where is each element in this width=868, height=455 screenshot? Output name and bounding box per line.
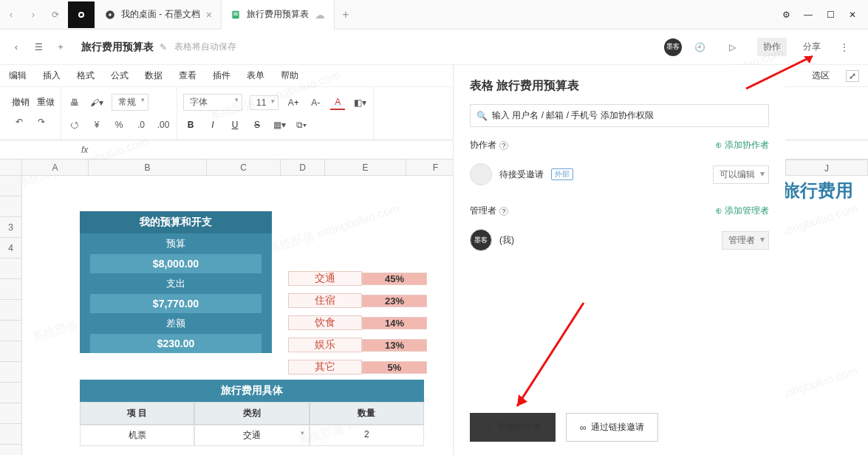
panel-title: 表格 旅行费用预算表	[470, 78, 769, 94]
settings-gear-icon[interactable]: ⚙	[779, 10, 793, 20]
row-header[interactable]	[0, 300, 22, 321]
fontsize-select[interactable]: 11	[250, 95, 278, 110]
col-C[interactable]: C	[207, 160, 281, 175]
permission-select-edit[interactable]: 可以编辑	[713, 165, 769, 184]
percent-icon[interactable]: %	[112, 117, 126, 132]
row-header[interactable]	[0, 259, 22, 279]
help-icon[interactable]: ?	[499, 207, 508, 216]
more-icon[interactable]: ⋮	[837, 40, 852, 55]
detail-cell-category[interactable]: 交通	[194, 425, 309, 446]
currency-yen-icon[interactable]: ¥	[89, 117, 104, 132]
row-header[interactable]	[0, 383, 22, 403]
section-admins-label: 管理者	[470, 205, 496, 216]
add-collaborator-link[interactable]: 添加协作者	[715, 139, 769, 151]
col-A[interactable]: A	[22, 160, 89, 175]
detail-cell-item[interactable]: 机票	[80, 425, 194, 446]
font-select[interactable]: 字体	[183, 94, 242, 111]
history-icon[interactable]: 🕘	[692, 40, 707, 55]
collaborator-row-me: 墨客 (我) 管理者	[470, 223, 769, 257]
strike-icon[interactable]: S	[250, 117, 264, 132]
menu-data[interactable]: 数据	[145, 69, 163, 82]
menu-formula[interactable]: 公式	[111, 69, 129, 82]
undo-icon[interactable]: ↶	[12, 114, 27, 129]
window-maximize-icon[interactable]: ☐	[824, 10, 837, 20]
new-tab-button[interactable]: +	[335, 8, 357, 21]
menu-addons[interactable]: 插件	[213, 69, 230, 82]
menu-form[interactable]: 表单	[247, 69, 264, 82]
merge-icon[interactable]: ⧉▾	[294, 117, 309, 132]
budget-value-1: $7,770.00	[90, 294, 262, 313]
redo-icon[interactable]: ↷	[34, 114, 49, 129]
window-close-icon[interactable]: ✕	[846, 10, 859, 20]
user-avatar[interactable]: 墨客	[664, 38, 682, 56]
clear-format-icon[interactable]: ⭯	[67, 117, 82, 132]
fontsize-dec-icon[interactable]: A-	[308, 95, 323, 110]
add-admin-link[interactable]: 添加管理者	[715, 205, 769, 217]
col-D[interactable]: D	[281, 160, 325, 175]
select-all-corner[interactable]	[0, 160, 22, 175]
browser-tab-sheet[interactable]: 旅行费用预算表 ☁	[222, 0, 335, 30]
italic-icon[interactable]: I	[205, 117, 220, 132]
border-icon[interactable]: ▦▾	[272, 117, 287, 132]
print-icon[interactable]: 🖶	[67, 95, 82, 110]
col-B[interactable]: B	[89, 160, 207, 175]
invite-link-button[interactable]: ∞通过链接邀请	[566, 413, 658, 442]
fill-color-icon[interactable]: ◧▾	[352, 95, 367, 110]
menu-edit[interactable]: 编辑	[9, 69, 27, 82]
menu-insert[interactable]: 插入	[43, 69, 61, 82]
text-color-icon[interactable]: A	[330, 95, 345, 110]
style-select[interactable]: 常规	[112, 94, 148, 111]
expand-icon[interactable]: ⤢	[846, 70, 859, 82]
menu-help[interactable]: 帮助	[281, 69, 298, 82]
menu-icon[interactable]: ☰	[31, 40, 46, 55]
window-controls: ⚙ — ☐ ✕	[779, 10, 868, 20]
detail-cell-qty[interactable]: 2	[310, 425, 424, 446]
add-doc-icon[interactable]: ＋	[53, 40, 68, 55]
collab-button[interactable]: 协作	[757, 38, 787, 56]
play-icon[interactable]: ▷	[725, 40, 739, 55]
row-header[interactable]	[0, 445, 22, 455]
menu-selection[interactable]: 选区	[812, 69, 830, 82]
fontsize-inc-icon[interactable]: A+	[286, 95, 301, 110]
svg-rect-6	[233, 14, 238, 15]
document-title[interactable]: 旅行费用预算表	[81, 41, 154, 54]
rename-icon[interactable]: ✎	[160, 42, 167, 52]
nav-back-icon[interactable]: ‹	[0, 0, 22, 30]
row-header[interactable]: 4	[0, 238, 22, 259]
row-header[interactable]	[0, 403, 22, 424]
col-E[interactable]: E	[325, 160, 406, 175]
row-header[interactable]	[0, 279, 22, 300]
row-header[interactable]	[0, 321, 22, 341]
browser-tab-desktop[interactable]: 我的桌面 - 石墨文档 ×	[96, 0, 222, 30]
app-logo-icon[interactable]	[68, 1, 95, 28]
row-header[interactable]: 3	[0, 217, 22, 238]
tab-close-icon[interactable]: ×	[206, 9, 212, 21]
budget-label-2: 差额	[80, 313, 272, 334]
collab-panel: 表格 旅行费用预算表 🔍 输入 用户名 / 邮箱 / 手机号 添加协作权限 协作…	[453, 65, 785, 455]
inc-decimal-icon[interactable]: .00	[156, 117, 171, 132]
tab-cloud-icon[interactable]: ☁	[315, 9, 325, 21]
collab-search-input[interactable]: 🔍 输入 用户名 / 邮箱 / 手机号 添加协作权限	[470, 104, 769, 127]
row-header[interactable]	[0, 424, 22, 445]
permission-select-admin[interactable]: 管理者	[722, 231, 769, 250]
paint-format-icon[interactable]: 🖌▾	[89, 95, 104, 110]
window-minimize-icon[interactable]: —	[802, 10, 815, 20]
fx-icon[interactable]: fx	[74, 145, 95, 155]
bold-icon[interactable]: B	[183, 117, 198, 132]
row-header[interactable]	[0, 176, 22, 196]
col-J[interactable]: J	[785, 160, 868, 176]
doc-back-icon[interactable]: ‹	[9, 40, 24, 55]
row-header[interactable]	[0, 196, 22, 217]
row-header[interactable]	[0, 362, 22, 383]
menu-format[interactable]: 格式	[77, 69, 95, 82]
share-button[interactable]: 分享	[797, 38, 827, 56]
add-collaborator-button[interactable]: ＋添加协作者	[470, 413, 556, 442]
nav-reload-icon[interactable]: ⟳	[44, 0, 66, 30]
dec-decimal-icon[interactable]: .0	[134, 117, 148, 132]
underline-icon[interactable]: U	[228, 117, 242, 132]
detail-row[interactable]: 机票 交通 2	[80, 425, 424, 446]
help-icon[interactable]: ?	[499, 141, 508, 150]
row-header[interactable]	[0, 341, 22, 362]
nav-forward-icon[interactable]: ›	[22, 0, 44, 30]
menu-view[interactable]: 查看	[179, 69, 197, 82]
